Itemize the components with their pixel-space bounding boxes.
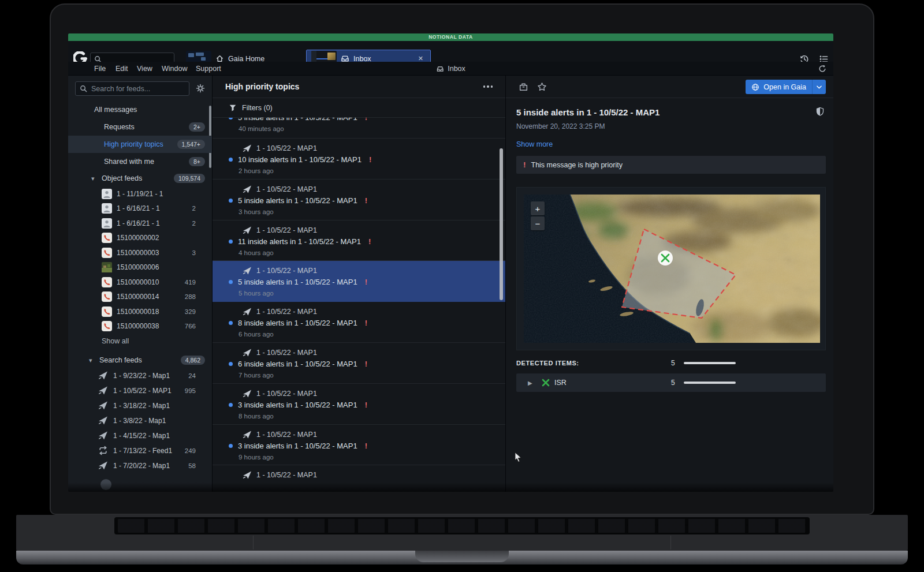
priority-banner: ! This message is high priority	[516, 156, 826, 174]
priority-mark: !	[523, 160, 526, 169]
feed-row[interactable]: 1 - 6/16/21 - 1 2	[68, 216, 212, 231]
priority-mark: !	[365, 401, 367, 409]
sidebar-top-list: All messages Requests 2+	[68, 101, 212, 170]
show-more-link[interactable]: Show more	[516, 140, 826, 148]
phone-icon	[102, 277, 112, 287]
detected-items-header: DETECTED ITEMS: 5	[516, 357, 826, 369]
show-all-link[interactable]: Show all	[68, 334, 212, 349]
section-search-feeds[interactable]: ▾ Search feeds 4,862	[68, 352, 212, 368]
topic-item[interactable]: 1 - 10/5/22 - MAP1 3 inside alerts in 1 …	[213, 384, 505, 425]
phone-icon	[102, 291, 112, 302]
sidebar-item[interactable]: Shared with me 8+	[68, 153, 212, 170]
chevron-down-icon: ▾	[89, 357, 92, 364]
unread-dot	[229, 362, 233, 366]
feed-row[interactable]: 15100000018 329	[68, 304, 212, 319]
feeds-search-input[interactable]: Search for feeds...	[75, 81, 189, 96]
phone-icon	[102, 306, 112, 317]
photo-icon	[102, 262, 112, 272]
menu-support[interactable]: Support	[196, 62, 221, 76]
feed-row[interactable]: 1 - 10/5/22 - MAP1 995	[68, 383, 212, 398]
topic-item[interactable]: 1 - 10/5/22 - MAP1 !	[213, 465, 505, 491]
map-zoom-controls: + −	[531, 201, 545, 230]
unread-dot	[229, 158, 233, 162]
gear-icon[interactable]	[196, 84, 205, 93]
feed-row[interactable]: 1 - 7/13/22 - Feed1 249	[68, 443, 212, 458]
more-options-icon[interactable]	[481, 83, 495, 90]
person-icon	[102, 218, 112, 229]
laptop-lid: NOTIONAL DATA	[50, 3, 874, 515]
feed-row[interactable]: 1 - 9/23/22 - Map1 24	[68, 368, 212, 383]
search-feeds-list: 1 - 9/23/22 - Map1 24	[68, 368, 212, 473]
detail-toolbar: Open in Gaia	[506, 76, 833, 98]
feed-row[interactable]: 15100000038 766	[68, 319, 212, 334]
menu-edit[interactable]: Edit	[116, 62, 128, 76]
feed-row[interactable]: 15100000010 419	[68, 275, 212, 290]
keyboard	[114, 517, 810, 534]
laptop-frame: NOTIONAL DATA	[0, 0, 924, 572]
topics-header: High priority topics	[213, 76, 505, 98]
topics-column: High priority topics Filters (0) 5 insid…	[213, 76, 505, 492]
feed-plane-icon	[98, 431, 109, 441]
sidebar-item[interactable]: Requests 2+	[68, 118, 212, 136]
chevron-down-icon[interactable]	[812, 80, 826, 94]
feed-row[interactable]: 15100000006	[68, 260, 212, 275]
menu-view[interactable]: View	[137, 62, 152, 76]
topics-list: 1 - 10/5/22 - MAP1 10 inside alerts in 1…	[213, 139, 505, 491]
feed-plane-icon	[98, 461, 109, 471]
topic-item[interactable]: 1 - 10/5/22 - MAP1 6 inside alerts in 1 …	[213, 343, 505, 384]
unread-dot	[229, 199, 233, 203]
satellite-map[interactable]	[524, 195, 820, 343]
feed-plane-icon	[243, 470, 252, 480]
feed-row[interactable]: 1 - 11/19/21 - 1	[68, 186, 212, 201]
feeds-sidebar: Search for feeds...	[68, 76, 213, 492]
object-feeds-list: 1 - 11/19/21 - 1	[68, 186, 212, 334]
refresh-icon[interactable]	[818, 65, 826, 73]
priority-mark: !	[365, 319, 367, 327]
unread-dot	[229, 403, 233, 407]
topics-scrollbar[interactable]	[500, 148, 503, 300]
count-badge: 1,547+	[177, 140, 205, 149]
page-title: High priority topics	[225, 82, 299, 91]
sidebar-item[interactable]: All messages	[68, 101, 212, 118]
feed-row[interactable]: 15100000014 288	[68, 290, 212, 305]
zoom-out-button[interactable]: −	[531, 216, 545, 230]
feed-plane-icon	[243, 185, 252, 194]
topic-item-partial[interactable]: 5 inside alerts in 1 - 10/5/22 - MAP1 ! …	[213, 118, 505, 139]
sidebar-item[interactable]: High priority topics 1,547+	[68, 136, 212, 153]
menu-file[interactable]: File	[94, 62, 106, 76]
search-placeholder: Search for feeds...	[91, 85, 150, 93]
feed-row[interactable]: 1 - 3/18/22 - Map1	[68, 398, 212, 413]
topic-item[interactable]: 1 - 10/5/22 - MAP1 3 inside alerts in 1 …	[213, 425, 505, 466]
feed-plane-icon	[243, 389, 252, 398]
feed-row[interactable]: 1 - 4/15/22 - Map1	[68, 428, 212, 443]
feed-row[interactable]: 1 - 6/16/21 - 1 2	[68, 201, 212, 216]
topic-item[interactable]: 1 - 10/5/22 - MAP1 10 inside alerts in 1…	[213, 139, 505, 180]
search-icon	[80, 85, 87, 92]
star-icon[interactable]	[537, 82, 547, 92]
count-bar	[684, 362, 736, 364]
topic-item[interactable]: 1 - 10/5/22 - MAP1 5 inside alerts in 1 …	[213, 180, 505, 220]
topic-item[interactable]: 1 - 10/5/22 - MAP1 11 inside alerts in 1…	[213, 220, 505, 261]
chevron-right-icon[interactable]: ▶	[528, 380, 532, 386]
feed-plane-icon	[98, 386, 109, 396]
unread-dot	[229, 444, 233, 448]
filters-bar[interactable]: Filters (0)	[213, 98, 505, 118]
detected-item-row[interactable]: ▶ ISR 5	[516, 373, 826, 392]
open-in-gaia-button[interactable]: Open in Gaia	[746, 80, 826, 94]
zoom-in-button[interactable]: +	[531, 201, 545, 215]
priority-mark: !	[369, 155, 371, 164]
lid-notch	[415, 551, 509, 562]
topic-item[interactable]: 1 - 10/5/22 - MAP1 8 inside alerts in 1 …	[213, 302, 505, 343]
menu-window[interactable]: Window	[162, 62, 187, 76]
count-badge: 2+	[189, 122, 205, 132]
section-object-feeds[interactable]: ▾ Object feeds 109,574	[68, 170, 212, 186]
count-badge: 8+	[189, 157, 205, 166]
feed-row[interactable]: 15100000003 3	[68, 245, 212, 260]
feed-row[interactable]: 1 - 7/20/22 - Map1 58	[68, 458, 212, 473]
topic-item[interactable]: 1 - 10/5/22 - MAP1 5 inside alerts in 1 …	[213, 261, 505, 302]
archive-box-icon[interactable]	[519, 82, 528, 92]
unread-dot	[229, 321, 233, 325]
feed-row[interactable]: 1 - 3/8/22 - Map1	[68, 413, 212, 428]
isr-track-icon	[542, 379, 550, 387]
feed-row[interactable]: 15100000002	[68, 231, 212, 246]
